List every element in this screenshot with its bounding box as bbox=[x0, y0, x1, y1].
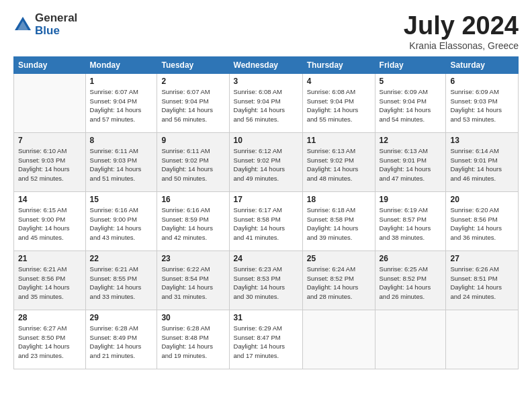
day-info: Sunrise: 6:16 AM Sunset: 9:00 PM Dayligh… bbox=[90, 205, 153, 242]
day-info: Sunrise: 6:24 AM Sunset: 8:52 PM Dayligh… bbox=[307, 265, 371, 302]
calendar-cell: 31Sunrise: 6:29 AM Sunset: 8:47 PM Dayli… bbox=[229, 310, 302, 369]
day-number: 24 bbox=[234, 254, 298, 263]
calendar-cell: 25Sunrise: 6:24 AM Sunset: 8:52 PM Dayli… bbox=[302, 250, 375, 310]
day-number: 14 bbox=[18, 195, 81, 204]
day-info: Sunrise: 6:29 AM Sunset: 8:47 PM Dayligh… bbox=[234, 324, 298, 361]
calendar-cell: 4Sunrise: 6:08 AM Sunset: 9:04 PM Daylig… bbox=[302, 73, 375, 132]
weekday-header-sunday: Sunday bbox=[14, 56, 86, 73]
calendar-cell bbox=[14, 73, 86, 132]
logo: General Blue bbox=[13, 12, 77, 37]
calendar-cell: 21Sunrise: 6:21 AM Sunset: 8:56 PM Dayli… bbox=[14, 250, 86, 310]
day-info: Sunrise: 6:22 AM Sunset: 8:54 PM Dayligh… bbox=[161, 265, 224, 302]
calendar-cell: 9Sunrise: 6:11 AM Sunset: 9:02 PM Daylig… bbox=[157, 132, 229, 191]
day-number: 3 bbox=[234, 77, 298, 86]
day-info: Sunrise: 6:09 AM Sunset: 9:04 PM Dayligh… bbox=[380, 87, 442, 124]
day-info: Sunrise: 6:28 AM Sunset: 8:48 PM Dayligh… bbox=[161, 324, 224, 361]
header: General Blue July 2024 Krania Elassonas,… bbox=[13, 12, 519, 51]
calendar-cell: 27Sunrise: 6:26 AM Sunset: 8:51 PM Dayli… bbox=[446, 250, 519, 310]
calendar-cell: 18Sunrise: 6:18 AM Sunset: 8:58 PM Dayli… bbox=[302, 191, 375, 250]
week-row-1: 1Sunrise: 6:07 AM Sunset: 9:04 PM Daylig… bbox=[14, 73, 519, 132]
day-number: 25 bbox=[307, 254, 371, 263]
day-number: 6 bbox=[450, 77, 514, 86]
day-number: 13 bbox=[450, 136, 514, 145]
weekday-header-friday: Friday bbox=[375, 56, 446, 73]
calendar-cell bbox=[446, 310, 519, 369]
calendar-cell: 28Sunrise: 6:27 AM Sunset: 8:50 PM Dayli… bbox=[14, 310, 86, 369]
day-number: 12 bbox=[380, 136, 442, 145]
day-number: 22 bbox=[90, 254, 153, 263]
calendar-cell: 24Sunrise: 6:23 AM Sunset: 8:53 PM Dayli… bbox=[229, 250, 302, 310]
day-number: 11 bbox=[307, 136, 371, 145]
day-number: 20 bbox=[450, 195, 514, 204]
logo-general: General bbox=[35, 12, 77, 25]
day-info: Sunrise: 6:16 AM Sunset: 8:59 PM Dayligh… bbox=[161, 205, 224, 242]
calendar-table: SundayMondayTuesdayWednesdayThursdayFrid… bbox=[13, 56, 519, 369]
calendar-cell: 26Sunrise: 6:25 AM Sunset: 8:52 PM Dayli… bbox=[375, 250, 446, 310]
calendar-cell: 15Sunrise: 6:16 AM Sunset: 9:00 PM Dayli… bbox=[85, 191, 157, 250]
day-number: 26 bbox=[380, 254, 442, 263]
week-row-2: 7Sunrise: 6:10 AM Sunset: 9:03 PM Daylig… bbox=[14, 132, 519, 191]
calendar-cell: 13Sunrise: 6:14 AM Sunset: 9:01 PM Dayli… bbox=[446, 132, 519, 191]
page: General Blue July 2024 Krania Elassonas,… bbox=[0, 0, 532, 411]
calendar-cell: 11Sunrise: 6:13 AM Sunset: 9:02 PM Dayli… bbox=[302, 132, 375, 191]
logo-blue: Blue bbox=[35, 25, 77, 38]
calendar-cell: 23Sunrise: 6:22 AM Sunset: 8:54 PM Dayli… bbox=[157, 250, 229, 310]
calendar-cell: 1Sunrise: 6:07 AM Sunset: 9:04 PM Daylig… bbox=[85, 73, 157, 132]
day-info: Sunrise: 6:12 AM Sunset: 9:02 PM Dayligh… bbox=[234, 146, 298, 183]
day-number: 4 bbox=[307, 77, 371, 86]
day-info: Sunrise: 6:09 AM Sunset: 9:03 PM Dayligh… bbox=[450, 87, 514, 124]
day-number: 17 bbox=[234, 195, 298, 204]
day-number: 29 bbox=[90, 313, 153, 322]
calendar-cell: 30Sunrise: 6:28 AM Sunset: 8:48 PM Dayli… bbox=[157, 310, 229, 369]
day-number: 5 bbox=[380, 77, 442, 86]
day-info: Sunrise: 6:25 AM Sunset: 8:52 PM Dayligh… bbox=[380, 265, 442, 302]
day-info: Sunrise: 6:11 AM Sunset: 9:03 PM Dayligh… bbox=[90, 146, 153, 183]
day-number: 10 bbox=[234, 136, 298, 145]
day-info: Sunrise: 6:11 AM Sunset: 9:02 PM Dayligh… bbox=[161, 146, 224, 183]
day-number: 19 bbox=[380, 195, 442, 204]
weekday-header-wednesday: Wednesday bbox=[229, 56, 302, 73]
day-number: 15 bbox=[90, 195, 153, 204]
week-row-5: 28Sunrise: 6:27 AM Sunset: 8:50 PM Dayli… bbox=[14, 310, 519, 369]
calendar-cell: 7Sunrise: 6:10 AM Sunset: 9:03 PM Daylig… bbox=[14, 132, 86, 191]
logo-icon bbox=[13, 15, 32, 34]
calendar-cell: 17Sunrise: 6:17 AM Sunset: 8:58 PM Dayli… bbox=[229, 191, 302, 250]
day-number: 23 bbox=[161, 254, 224, 263]
calendar-cell: 12Sunrise: 6:13 AM Sunset: 9:01 PM Dayli… bbox=[375, 132, 446, 191]
day-number: 21 bbox=[18, 254, 81, 263]
title-block: July 2024 Krania Elassonas, Greece bbox=[404, 12, 519, 51]
weekday-header-thursday: Thursday bbox=[302, 56, 375, 73]
day-info: Sunrise: 6:10 AM Sunset: 9:03 PM Dayligh… bbox=[18, 146, 81, 183]
calendar-cell: 14Sunrise: 6:15 AM Sunset: 9:00 PM Dayli… bbox=[14, 191, 86, 250]
day-number: 27 bbox=[450, 254, 514, 263]
day-info: Sunrise: 6:15 AM Sunset: 9:00 PM Dayligh… bbox=[18, 205, 81, 242]
calendar-cell: 20Sunrise: 6:20 AM Sunset: 8:56 PM Dayli… bbox=[446, 191, 519, 250]
day-info: Sunrise: 6:28 AM Sunset: 8:49 PM Dayligh… bbox=[90, 324, 153, 361]
calendar-cell: 6Sunrise: 6:09 AM Sunset: 9:03 PM Daylig… bbox=[446, 73, 519, 132]
day-number: 8 bbox=[90, 136, 153, 145]
day-info: Sunrise: 6:14 AM Sunset: 9:01 PM Dayligh… bbox=[450, 146, 514, 183]
day-info: Sunrise: 6:21 AM Sunset: 8:55 PM Dayligh… bbox=[90, 265, 153, 302]
day-number: 16 bbox=[161, 195, 224, 204]
day-number: 1 bbox=[90, 77, 153, 86]
day-info: Sunrise: 6:08 AM Sunset: 9:04 PM Dayligh… bbox=[234, 87, 298, 124]
weekday-header-tuesday: Tuesday bbox=[157, 56, 229, 73]
day-info: Sunrise: 6:17 AM Sunset: 8:58 PM Dayligh… bbox=[234, 205, 298, 242]
day-number: 7 bbox=[18, 136, 81, 145]
day-number: 18 bbox=[307, 195, 371, 204]
calendar-cell: 22Sunrise: 6:21 AM Sunset: 8:55 PM Dayli… bbox=[85, 250, 157, 310]
day-info: Sunrise: 6:19 AM Sunset: 8:57 PM Dayligh… bbox=[380, 205, 442, 242]
calendar-cell: 16Sunrise: 6:16 AM Sunset: 8:59 PM Dayli… bbox=[157, 191, 229, 250]
calendar-cell: 10Sunrise: 6:12 AM Sunset: 9:02 PM Dayli… bbox=[229, 132, 302, 191]
day-info: Sunrise: 6:21 AM Sunset: 8:56 PM Dayligh… bbox=[18, 265, 81, 302]
weekday-header-saturday: Saturday bbox=[446, 56, 519, 73]
calendar-cell bbox=[375, 310, 446, 369]
logo-text: General Blue bbox=[35, 12, 77, 37]
day-info: Sunrise: 6:27 AM Sunset: 8:50 PM Dayligh… bbox=[18, 324, 81, 361]
day-info: Sunrise: 6:13 AM Sunset: 9:01 PM Dayligh… bbox=[380, 146, 442, 183]
day-number: 31 bbox=[234, 313, 298, 322]
day-number: 2 bbox=[161, 77, 224, 86]
day-info: Sunrise: 6:13 AM Sunset: 9:02 PM Dayligh… bbox=[307, 146, 371, 183]
day-info: Sunrise: 6:26 AM Sunset: 8:51 PM Dayligh… bbox=[450, 265, 514, 302]
day-info: Sunrise: 6:18 AM Sunset: 8:58 PM Dayligh… bbox=[307, 205, 371, 242]
